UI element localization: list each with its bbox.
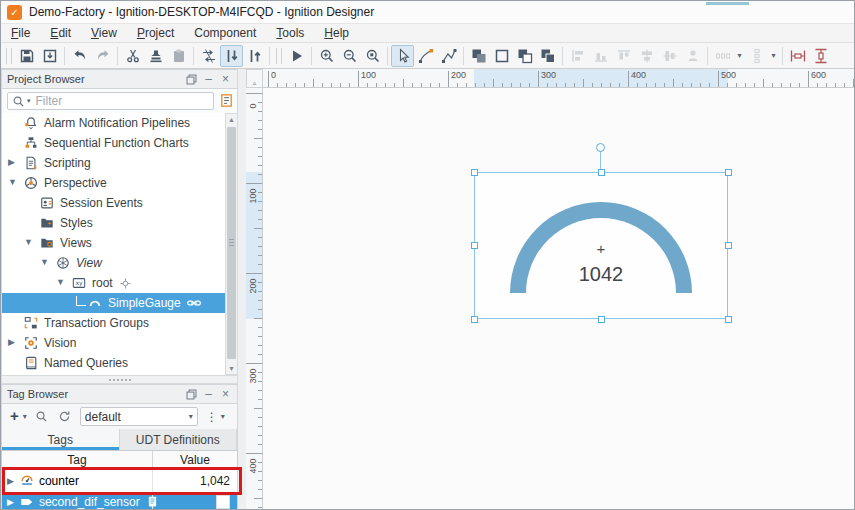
rotation-handle[interactable] [596,143,605,152]
collapse-icon[interactable]: ▼ [24,237,33,247]
selection-handle[interactable] [725,316,732,323]
tag-provider-select[interactable]: default ▾ [80,407,198,426]
align-left-button[interactable] [566,45,589,67]
shape-subtract-button[interactable] [513,45,536,67]
shape-exclude-button[interactable] [536,45,559,67]
add-tag-caret-icon[interactable]: ▾ [23,412,27,421]
toolbar-grip[interactable] [276,48,282,64]
align-center-v-button[interactable] [635,45,658,67]
selection-handle[interactable] [471,316,478,323]
merge-prev-button[interactable] [243,45,266,67]
zoom-reset-button[interactable] [361,45,384,67]
align-top-button[interactable] [612,45,635,67]
scroll-up-icon[interactable]: ▲ [226,116,237,123]
selection-handle[interactable] [471,242,478,249]
toolbar-grip[interactable] [6,48,12,64]
tree-item-views[interactable]: ▼Views [2,233,225,253]
float-panel-icon[interactable] [185,73,198,86]
selection-handle[interactable] [471,169,478,176]
project-browser-scrollbar[interactable]: ▲ ▼ [225,113,238,375]
tree-item-session-events[interactable]: Session Events [2,193,225,213]
selection-handle[interactable] [598,169,605,176]
scroll-down-icon[interactable]: ▼ [226,365,237,372]
tree-item-vision[interactable]: ▶Vision [2,333,225,353]
panel-splitter[interactable] [1,375,238,384]
filter-box[interactable]: ▾ [7,92,214,110]
expand-icon[interactable]: ▶ [7,497,14,507]
spacing-h-button[interactable] [711,45,734,67]
tree-item-root[interactable]: ▼xyroot [2,273,225,293]
save-import-button[interactable] [38,45,61,67]
minimize-panel-icon[interactable]: – [202,73,215,86]
tree-item-alarm-notification-pipelines[interactable]: Alarm Notification Pipelines [2,113,225,133]
match-height-button[interactable] [809,45,832,67]
shape-outline-button[interactable] [490,45,513,67]
collapse-icon[interactable]: ▼ [56,277,65,287]
float-panel-icon[interactable] [185,388,198,401]
value-column-header[interactable]: Value [153,451,237,469]
expand-icon[interactable]: ▶ [8,337,15,347]
copy-button[interactable] [144,45,167,67]
search-options-caret-icon[interactable]: ▾ [27,97,31,105]
tab-udt-definitions[interactable]: UDT Definitions [120,429,238,450]
zoom-out-button[interactable] [338,45,361,67]
undo-button[interactable] [68,45,91,67]
cut-button[interactable] [121,45,144,67]
path-line-button[interactable] [437,45,460,67]
menu-help[interactable]: Help [314,24,359,42]
pointer-button[interactable] [391,45,414,67]
group-button[interactable] [681,45,704,67]
tag-options-kebab-icon[interactable]: ⋮ [206,410,218,424]
align-bottom-button[interactable] [589,45,612,67]
menu-project[interactable]: Project [127,24,184,42]
close-panel-icon[interactable]: × [219,73,232,86]
match-width-button[interactable] [786,45,809,67]
menu-edit[interactable]: Edit [40,24,81,42]
zoom-in-button[interactable] [315,45,338,67]
shape-union-button[interactable] [467,45,490,67]
save-button[interactable] [15,45,38,67]
tree-item-named-queries[interactable]: Named Queries [2,353,225,373]
collapse-icon[interactable]: ▼ [8,177,17,187]
selection-handle[interactable] [725,169,732,176]
close-panel-icon[interactable]: × [219,388,232,401]
spacing-v-button[interactable] [745,45,768,67]
tree-item-view[interactable]: ▼View [2,253,225,273]
minimize-panel-icon[interactable]: – [202,388,215,401]
refresh-tags-icon[interactable] [58,410,71,423]
align-center-h-button[interactable] [658,45,681,67]
play-button[interactable] [285,45,308,67]
merge-next-button[interactable] [220,45,243,67]
filter-input[interactable] [34,93,213,109]
expand-icon[interactable]: ▶ [7,476,14,486]
tag-row-counter[interactable]: ▶counter1,042 [1,470,238,492]
collapse-icon[interactable]: ▼ [40,257,49,267]
redo-button[interactable] [91,45,114,67]
diff-button[interactable] [197,45,220,67]
expand-icon[interactable]: ▶ [8,157,15,167]
menu-component[interactable]: Component [184,24,266,42]
selection-handle[interactable] [725,242,732,249]
tag-column-header[interactable]: Tag [2,451,153,469]
menu-view[interactable]: View [81,24,127,42]
tree-item-styles[interactable]: Styles [2,213,225,233]
tree-item-scripting[interactable]: ▶Scripting [2,153,225,173]
tag-value-checkbox[interactable] [216,495,230,509]
dropdown-caret-icon[interactable]: ▾ [734,51,745,60]
tag-options-caret-icon[interactable]: ▾ [221,412,225,421]
tag-row-second-dif-sensor[interactable]: ▶second_dif_sensor [1,492,238,510]
scrollbar-thumb[interactable] [227,127,236,359]
add-tag-button[interactable]: + [10,407,19,424]
tree-item-transaction-groups[interactable]: Transaction Groups [2,313,225,333]
tree-item-sequential-function-charts[interactable]: Sequential Function Charts [2,133,225,153]
tab-tags[interactable]: Tags [2,429,120,450]
search-tags-icon[interactable] [35,410,48,423]
tree-item-simplegauge[interactable]: SimpleGauge [2,293,225,313]
tree-item-perspective[interactable]: ▼Perspective [2,173,225,193]
selection-handle[interactable] [598,316,605,323]
filter-target-icon[interactable] [219,93,234,108]
menu-file[interactable]: File [1,24,40,42]
paste-button[interactable] [167,45,190,67]
menu-tools[interactable]: Tools [266,24,314,42]
dropdown-caret-icon[interactable]: ▾ [768,51,779,60]
